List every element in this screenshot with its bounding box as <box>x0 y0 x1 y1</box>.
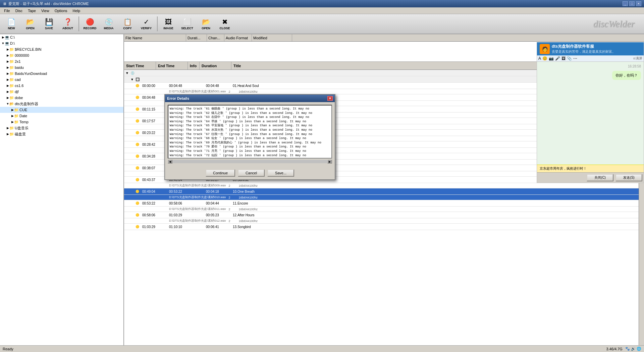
track-row-12[interactable]: 🟡 00:58:06 01:03:29 00:05:23 12.After Ho… <box>124 212 644 218</box>
minimize-button[interactable]: _ <box>623 1 628 6</box>
chat-header-info: dts光盘制作器软件客服 贪婪是真实的苦劳，满足是最真实的财富。 <box>552 44 615 54</box>
select-button[interactable]: ⬜ SELECT <box>178 15 196 33</box>
file-send-icon[interactable]: 📎 <box>567 56 572 61</box>
warning-line-12: Warning: The track '72 仙踪 ' (group ) is … <box>170 153 330 158</box>
track-11-icon: 🟡 <box>136 202 139 205</box>
warning-line-2: Warning: The track '62 烟儿之歌 ' (group ) i… <box>170 111 330 116</box>
more-icon[interactable]: ⋯ <box>573 56 577 61</box>
save-button-dialog[interactable]: Save... <box>267 169 294 177</box>
track-4-icon: 🟡 <box>136 119 139 123</box>
tree-item-recycle[interactable]: ▶ 📁 $RECYCLE.BIN <box>0 46 123 52</box>
track-row-11[interactable]: 🟡 00:53:22 00:58:06 00:04:44 11.Encore <box>124 200 644 207</box>
hscroll-track <box>172 160 327 163</box>
tree-item-usb[interactable]: ▶ 📁 U盘音乐 <box>0 125 123 131</box>
menu-disc[interactable]: Disc <box>13 8 25 13</box>
expander-2x1: ▶ <box>6 60 9 63</box>
screenshot-icon[interactable]: 📷 <box>549 56 554 61</box>
error-text-area[interactable]: Warning: The track '61 偷眼曲 ' (group ) is… <box>168 105 332 159</box>
save-button[interactable]: 💾 SAVE <box>40 15 58 33</box>
image-send-icon[interactable]: 🖼 <box>561 56 566 61</box>
drive-c-icon: 💻 <box>5 35 9 40</box>
start-time-header: Start Time <box>124 62 156 70</box>
tree-label-djf: djf <box>15 90 19 94</box>
tree-item-2x1[interactable]: ▶ 📁 2x1 <box>0 58 123 64</box>
tree-item-dts[interactable]: ▼ 📂 dts光盘制作器 <box>0 101 123 107</box>
expander-0000000: ▶ <box>6 54 9 57</box>
chat-close-button[interactable]: 关闭(C) <box>587 174 613 181</box>
taskbar-icons: 🐾 🔊 🌐 <box>625 347 641 351</box>
file-tree-panel: ▶ 💻 C:\ ▼ 💻 D:\ ▶ 📁 $RECYCLE.BIN ▶ 📁 000… <box>0 34 124 352</box>
new-button[interactable]: 📄 NEW <box>3 15 20 33</box>
tree-item-cs16[interactable]: ▶ 📁 cs1.6 <box>0 83 123 89</box>
discwelder-logo: discWelder <box>593 18 641 29</box>
tree-label-dts: dts光盘制作器 <box>15 101 38 106</box>
continue-button[interactable]: Continue <box>206 169 235 177</box>
menu-view[interactable]: View <box>39 8 52 13</box>
tree-item-djf[interactable]: ▶ 📁 djf <box>0 89 123 95</box>
record-voice-icon[interactable]: 🎤 <box>555 56 560 61</box>
copy-button[interactable]: 📋 COPY <box>119 15 136 33</box>
menu-help[interactable]: Help <box>70 8 83 13</box>
tree-item-disk[interactable]: ▶ 📁 磁盘里 <box>0 131 123 137</box>
record-label: RECORD <box>83 27 96 30</box>
tree-label-d: D:\ <box>10 41 15 45</box>
chat-header: 🧑 dts光盘制作器软件客服 贪婪是真实的苦劳，满足是最真实的财富。 <box>537 42 644 55</box>
open2-button[interactable]: 📂 OPEN <box>197 15 215 33</box>
about-button[interactable]: ❓ ABOUT <box>59 15 76 33</box>
open-button[interactable]: 📂 OPEN <box>21 15 39 33</box>
image-button[interactable]: 🖼 IMAGE <box>160 15 177 33</box>
media-icon: 💿 <box>105 18 113 26</box>
toolbar-separator-2 <box>157 16 158 31</box>
tree-item-cue[interactable]: ▶ 📁 CUE <box>0 107 123 113</box>
tree-item-date[interactable]: ▶ 📁 Date <box>0 113 123 119</box>
session-expander[interactable]: ▼ <box>130 78 134 81</box>
online-icon: ⊙满屏 <box>633 56 642 61</box>
status-bar: Ready 3.46/4.7G 🐾 🔊 🌐 <box>0 345 644 352</box>
verify-label: VERIFY <box>141 27 152 30</box>
tree-item-baiduyun[interactable]: ▶ 📁 BaiduYunDownload <box>0 71 123 77</box>
title-bar-left: 🖥 爱克斯 - 箱子+马头琴.wld - discWelder CHROME <box>3 1 89 6</box>
tree-item-baidu[interactable]: ▶ 📁 baidu <box>0 64 123 71</box>
expander-disk: ▶ <box>6 132 9 136</box>
tree-item-c[interactable]: ▶ 💻 C:\ <box>0 34 123 40</box>
track-row-13[interactable]: 🟡 01:03:29 01:10:10 00:06:41 13.Songbird <box>124 224 644 230</box>
menu-file[interactable]: File <box>1 8 13 13</box>
emoji-icon[interactable]: 😊 <box>542 56 547 61</box>
font-icon[interactable]: A <box>538 56 541 61</box>
end-time-header: End Time <box>156 62 188 70</box>
tree-item-dobe[interactable]: ▶ 📁 dobe <box>0 95 123 101</box>
disc-expander[interactable]: ▼ <box>125 71 129 75</box>
menu-tape[interactable]: Tape <box>25 8 39 13</box>
hscroll-right[interactable]: ▶ <box>327 160 332 164</box>
warning-line-9: Warning: The track '69 月亮代表我的心 ' (group … <box>170 141 330 145</box>
maximize-button[interactable]: □ <box>629 1 635 6</box>
media-button[interactable]: 💿 MEDIA <box>100 15 117 33</box>
hscroll-left[interactable]: ◀ <box>168 160 172 164</box>
chat-send-button[interactable]: 发送(S) <box>615 174 642 181</box>
menu-options[interactable]: Options <box>52 8 70 13</box>
tree-label-baidu: baidu <box>15 65 24 70</box>
tree-item-temp[interactable]: ▶ 📁 Temp <box>0 119 123 125</box>
record-button[interactable]: 🔴 RECORD <box>81 15 99 33</box>
info-header: Info <box>188 62 200 70</box>
disk-info: 3.46/4.7G <box>606 347 623 351</box>
error-dialog: Error Details ✕ Warning: The track '61 偷… <box>164 94 335 180</box>
error-dialog-close[interactable]: ✕ <box>327 96 333 101</box>
tree-item-cad[interactable]: ▶ 📁 cad <box>0 77 123 83</box>
tree-label-baiduyun: BaiduYunDownload <box>15 72 47 76</box>
audio-format-header: Audio Format <box>224 34 252 41</box>
tree-item-d[interactable]: ▼ 💻 D:\ <box>0 40 123 46</box>
about-icon: ❓ <box>64 18 72 26</box>
expander-usb: ▶ <box>6 126 9 130</box>
tree-label-temp: Temp <box>19 120 29 124</box>
tree-item-0000000[interactable]: ▶ 📁 0000000 <box>0 52 123 58</box>
dialog-hscrollbar[interactable]: ◀ ▶ <box>168 159 332 164</box>
cancel-button[interactable]: Cancel <box>238 169 265 177</box>
close-toolbar-button[interactable]: ✖ CLOSE <box>216 15 233 33</box>
chat-footer-buttons: 关闭(C) 发送(S) <box>537 172 644 183</box>
warning-line-4: Warning: The track '64 早操 ' (group ) is … <box>170 120 330 124</box>
verify-button[interactable]: ✓ VERIFY <box>138 15 155 33</box>
close-button[interactable]: ✕ <box>636 1 641 6</box>
chat-message-bubble: 你好，在吗？ <box>612 71 641 80</box>
track-row-10[interactable]: 🟡 00:49:04 00:53:22 00:04:18 10.One Brea… <box>124 188 644 195</box>
